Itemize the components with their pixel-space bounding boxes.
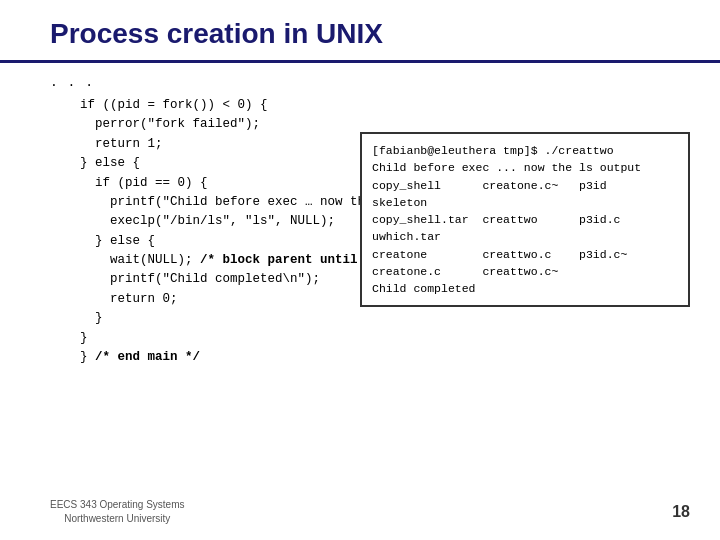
footer-course: EECS 343 Operating Systems Northwestern … xyxy=(50,498,185,526)
terminal-line-1: [fabianb@eleuthera tmp]$ ./creattwo xyxy=(372,142,678,159)
terminal-line-2: Child before exec ... now the ls output xyxy=(372,159,678,176)
title-section: Process creation in UNIX xyxy=(0,0,720,63)
terminal-line-4: copy_shell.tar creattwo p3id.c uwhich.ta… xyxy=(372,211,678,246)
university-name: Northwestern University xyxy=(50,512,185,526)
slide-number: 18 xyxy=(672,503,690,521)
content-area: . . . if ((pid = fork()) < 0) { perror("… xyxy=(0,63,720,375)
course-name: EECS 343 Operating Systems xyxy=(50,498,185,512)
terminal-line-7: Child completed xyxy=(372,280,678,297)
ellipsis: . . . xyxy=(50,75,690,90)
terminal-line-5: creatone creattwo.c p3id.c~ xyxy=(372,246,678,263)
footer: EECS 343 Operating Systems Northwestern … xyxy=(0,498,720,526)
slide-title: Process creation in UNIX xyxy=(50,18,383,49)
slide: Process creation in UNIX . . . if ((pid … xyxy=(0,0,720,540)
terminal-box: [fabianb@eleuthera tmp]$ ./creattwo Chil… xyxy=(360,132,690,307)
terminal-line-6: creatone.c creattwo.c~ xyxy=(372,263,678,280)
terminal-line-3: copy_shell creatone.c~ p3id skeleton xyxy=(372,177,678,212)
